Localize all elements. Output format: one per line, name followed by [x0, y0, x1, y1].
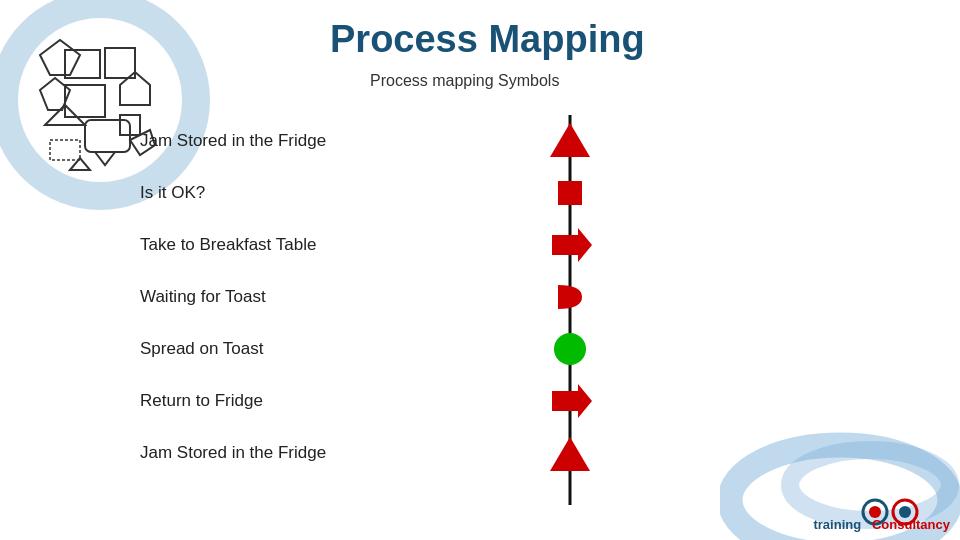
svg-marker-14 [550, 123, 590, 157]
list-item: Return to Fridge [140, 375, 460, 427]
svg-marker-7 [95, 152, 115, 165]
svg-rect-0 [65, 50, 100, 78]
svg-marker-12 [70, 158, 90, 170]
process-label-3: Take to Breakfast Table [140, 235, 460, 255]
svg-rect-1 [105, 48, 135, 78]
svg-marker-18 [552, 384, 592, 418]
logo-area: training Consultancy [813, 517, 950, 532]
process-label-5: Spread on Toast [140, 339, 460, 359]
svg-marker-8 [45, 105, 85, 125]
list-item: Spread on Toast [140, 323, 460, 375]
logo-consultancy-text: Consultancy [872, 517, 950, 532]
page-subtitle: Process mapping Symbols [370, 72, 559, 90]
svg-rect-15 [558, 181, 582, 205]
symbols-column [540, 115, 600, 505]
list-item: Jam Stored in the Fridge [140, 427, 460, 479]
logo-training-text: training [813, 517, 861, 532]
svg-rect-6 [85, 120, 130, 152]
process-list: Jam Stored in the Fridge Is it OK? Take … [140, 115, 460, 479]
svg-marker-5 [40, 78, 70, 110]
process-label-6: Return to Fridge [140, 391, 460, 411]
process-label-7: Jam Stored in the Fridge [140, 443, 460, 463]
process-label-2: Is it OK? [140, 183, 460, 203]
svg-marker-19 [550, 437, 590, 471]
svg-marker-2 [40, 40, 80, 75]
svg-rect-11 [50, 140, 80, 160]
svg-point-21 [790, 450, 950, 520]
list-item: Jam Stored in the Fridge [140, 115, 460, 167]
process-label-4: Waiting for Toast [140, 287, 460, 307]
list-item: Is it OK? [140, 167, 460, 219]
process-label-1: Jam Stored in the Fridge [140, 131, 460, 151]
list-item: Take to Breakfast Table [140, 219, 460, 271]
svg-point-17 [554, 333, 586, 365]
svg-rect-4 [65, 85, 105, 117]
svg-rect-9 [120, 115, 140, 135]
page-title: Process Mapping [330, 18, 645, 61]
svg-marker-3 [120, 72, 150, 105]
page-container: Process Mapping Process mapping Symbols … [0, 0, 960, 540]
logo-spitfire: training Consultancy [813, 517, 950, 532]
svg-marker-16 [552, 228, 592, 262]
list-item: Waiting for Toast [140, 271, 460, 323]
